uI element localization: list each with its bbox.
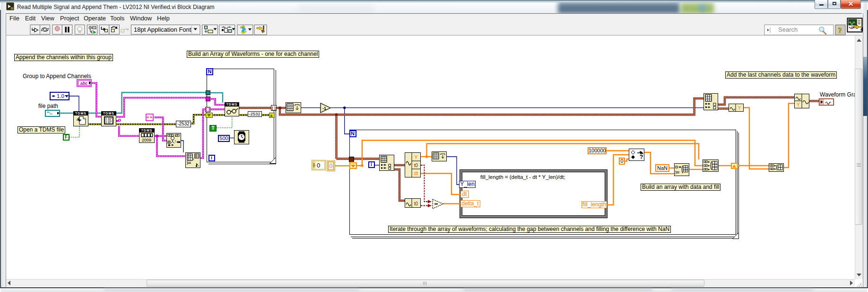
svg-text:2009: 2009 <box>142 138 151 142</box>
svg-text:Y: Y <box>797 102 800 107</box>
svg-text:?: ? <box>640 154 643 160</box>
svg-text:x: x <box>175 134 176 137</box>
svg-text:dt: dt <box>414 171 418 176</box>
svg-text:Y: Y <box>738 106 741 111</box>
svg-text:t0: t0 <box>414 201 418 206</box>
svg-text:Y: Y <box>414 154 418 160</box>
svg-text:-1: -1 <box>322 106 326 111</box>
svg-text:t0: t0 <box>414 163 418 168</box>
